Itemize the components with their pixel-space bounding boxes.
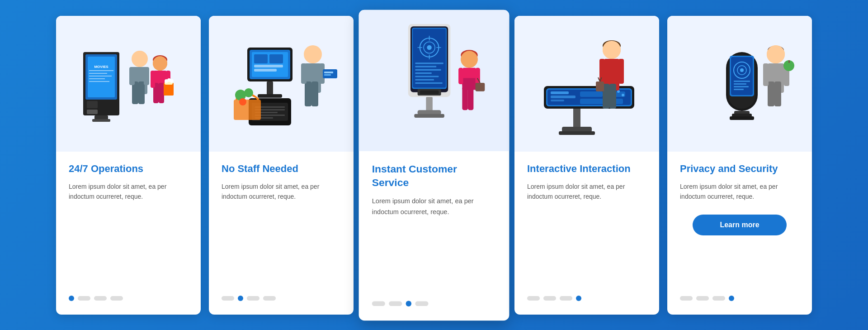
dot-pill	[415, 301, 428, 306]
svg-rect-58	[301, 63, 307, 84]
svg-rect-118	[609, 84, 616, 109]
svg-rect-26	[151, 71, 155, 88]
svg-point-54	[304, 45, 322, 63]
cards-container: MOVIES	[0, 2, 868, 328]
card-4-content: Interactive Interaction Lorem ipsum dolo…	[514, 152, 659, 296]
card-4-title: Interactive Interaction	[527, 163, 631, 176]
svg-point-53	[239, 98, 246, 105]
svg-rect-61	[324, 72, 333, 73]
card-2-title: No Staff Needed	[222, 163, 298, 176]
svg-rect-56	[305, 81, 311, 106]
svg-rect-108	[580, 91, 603, 97]
svg-rect-110	[580, 99, 623, 104]
svg-rect-0	[56, 16, 201, 152]
svg-rect-106	[551, 96, 576, 98]
dot-pill	[247, 296, 259, 301]
svg-rect-120	[618, 59, 624, 84]
card-2-dots	[209, 296, 354, 306]
svg-rect-62	[324, 74, 331, 76]
svg-rect-134	[734, 86, 749, 87]
svg-rect-12	[92, 119, 110, 122]
card-5-title: Privacy and Security	[680, 163, 778, 176]
svg-rect-5	[89, 70, 113, 71]
card-4-dots	[514, 296, 659, 306]
svg-rect-84	[426, 97, 433, 111]
svg-rect-135	[734, 89, 744, 90]
card-4-text: Lorem ipsum dolor sit amet, ea per indoc…	[527, 182, 646, 202]
svg-rect-13	[87, 110, 98, 114]
dot-pill	[78, 296, 90, 301]
card-privacy-security: Privacy and Security Lorem ipsum dolor s…	[667, 16, 812, 315]
svg-rect-8	[89, 78, 105, 79]
card-1-content: 24/7 Operations Lorem ipsum dolor sit am…	[56, 152, 201, 296]
svg-point-115	[603, 41, 621, 59]
svg-rect-94	[458, 67, 463, 84]
svg-rect-143	[768, 81, 774, 106]
svg-rect-132	[734, 81, 750, 82]
svg-rect-19	[144, 67, 149, 85]
dot-pill	[389, 301, 402, 306]
dot-pill	[543, 296, 556, 301]
svg-rect-6	[89, 73, 107, 74]
card-no-staff: No Staff Needed Lorem ipsum dolor sit am…	[209, 16, 354, 315]
dot-pill	[712, 296, 725, 301]
dot-active	[238, 296, 243, 301]
svg-point-52	[244, 88, 253, 97]
svg-rect-99	[573, 106, 580, 129]
svg-point-14	[132, 51, 148, 67]
svg-rect-17	[138, 81, 145, 104]
svg-rect-7	[89, 76, 112, 77]
card-instant-service: Instant Customer Service Lorem ipsum dol…	[359, 10, 509, 320]
card-5-text: Lorem ipsum dolor sit amet, ea per indoc…	[680, 182, 799, 202]
svg-point-32	[170, 79, 174, 83]
dot-pill	[94, 296, 107, 301]
card-3-dots	[359, 301, 509, 311]
svg-rect-33	[209, 16, 354, 152]
card-4-illustration	[514, 16, 659, 152]
dot-pill	[680, 296, 693, 301]
svg-rect-18	[129, 67, 135, 85]
svg-rect-93	[468, 86, 473, 110]
svg-rect-40	[254, 69, 277, 72]
svg-rect-105	[551, 91, 569, 94]
svg-rect-39	[254, 65, 283, 67]
dot-pill	[696, 296, 709, 301]
dot-pill	[222, 296, 234, 301]
svg-rect-138	[730, 116, 754, 120]
learn-more-button[interactable]: Learn more	[693, 215, 787, 235]
svg-rect-3	[88, 57, 115, 97]
svg-rect-50	[234, 100, 261, 120]
svg-point-131	[740, 68, 744, 72]
svg-rect-133	[734, 83, 746, 85]
svg-point-112	[622, 94, 624, 96]
dot-active	[69, 296, 74, 301]
dot-pill	[263, 296, 276, 301]
svg-rect-57	[311, 81, 318, 106]
svg-rect-86	[414, 114, 444, 117]
card-2-illustration	[209, 16, 354, 152]
card-3-text: Lorem ipsum dolor sit amet, ea per indoc…	[372, 196, 496, 217]
card-5-content: Privacy and Security Lorem ipsum dolor s…	[667, 152, 812, 296]
dot-active	[729, 296, 734, 301]
dot-pill	[560, 296, 572, 301]
card-3-content: Instant Customer Service Lorem ipsum dol…	[359, 151, 509, 301]
svg-rect-107	[551, 100, 564, 101]
svg-rect-144	[774, 81, 781, 106]
svg-rect-9	[89, 81, 109, 82]
svg-rect-92	[462, 86, 467, 110]
card-247-operations: MOVIES	[56, 16, 201, 315]
card-3-title: Instant Customer Service	[372, 162, 496, 189]
dot-active	[576, 296, 581, 301]
card-1-dots	[56, 296, 201, 306]
svg-rect-148	[788, 60, 790, 63]
card-interactive: Interactive Interaction Lorem ipsum dolo…	[514, 16, 659, 315]
svg-rect-83	[420, 90, 439, 94]
svg-rect-121	[596, 81, 604, 91]
card-2-content: No Staff Needed Lorem ipsum dolor sit am…	[209, 152, 354, 296]
svg-rect-101	[559, 131, 595, 135]
dot-pill	[527, 296, 540, 301]
svg-rect-96	[476, 83, 485, 91]
card-2-text: Lorem ipsum dolor sit amet, ea per indoc…	[222, 182, 341, 202]
svg-rect-145	[763, 63, 769, 86]
card-3-illustration	[359, 10, 509, 151]
